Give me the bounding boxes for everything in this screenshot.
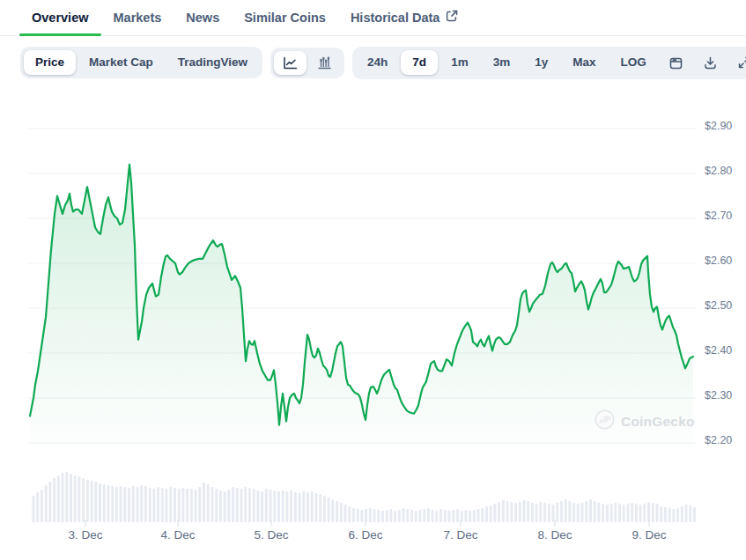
time-range-group: 24h 7d 1m 3m 1y Max LOG [352, 47, 746, 79]
x-axis-label: 3. Dec [56, 528, 114, 542]
log-scale-button[interactable]: LOG [609, 50, 657, 75]
y-axis-label: $2.60 [705, 254, 745, 267]
range-3m-button[interactable]: 3m [482, 50, 522, 75]
volume-bar [78, 476, 80, 522]
volume-bar [448, 511, 451, 522]
volume-bar [198, 487, 201, 522]
volume-bar [91, 481, 93, 522]
volume-bar [556, 503, 558, 522]
volume-bar [432, 510, 434, 522]
volume-bar [111, 486, 114, 522]
volume-bar [398, 510, 401, 522]
volume-bar [490, 505, 492, 522]
coingecko-watermark: CoinGecko [595, 409, 695, 433]
volume-bar [270, 490, 272, 522]
volume-bar [248, 488, 251, 522]
chart-toolbar: Price Market Cap TradingView 24h [20, 46, 744, 79]
market-cap-button[interactable]: Market Cap [78, 50, 165, 75]
price-button[interactable]: Price [24, 50, 76, 75]
volume-bar [572, 503, 575, 522]
volume-bar [602, 504, 604, 522]
volume-bar [120, 486, 122, 522]
volume-bar [227, 490, 230, 522]
volume-bar [373, 509, 376, 522]
volume-bar [211, 487, 214, 522]
tab-similar-coins[interactable]: Similar Coins [232, 1, 338, 35]
volume-bar [568, 501, 571, 522]
volume-bar [352, 508, 355, 522]
bar-chart-button[interactable] [308, 51, 341, 75]
volume-bar [140, 485, 143, 522]
volume-bar [285, 491, 288, 522]
volume-bar [48, 482, 51, 522]
volume-bar [656, 504, 659, 522]
download-chart-button[interactable] [694, 50, 727, 76]
volume-bar [157, 487, 159, 522]
tab-news[interactable]: News [174, 1, 232, 35]
tab-news-label: News [186, 11, 219, 25]
range-1m-button[interactable]: 1m [439, 50, 480, 75]
volume-bar [668, 508, 671, 522]
volume-bar [394, 511, 396, 522]
range-7d-button[interactable]: 7d [401, 50, 438, 75]
volume-bar [589, 499, 592, 522]
tab-historical-data[interactable]: Historical Data [338, 0, 471, 35]
volume-bar [435, 511, 438, 522]
volume-bar [265, 489, 268, 522]
volume-bar [502, 500, 505, 522]
tab-overview[interactable]: Overview [19, 1, 101, 35]
volume-bar [57, 475, 60, 522]
volume-bar [456, 509, 459, 522]
metric-toggle-group: Price Market Cap TradingView [20, 47, 262, 78]
volume-bar [631, 503, 633, 522]
volume-bar [510, 502, 513, 522]
volume-bar [240, 489, 243, 522]
volume-bar [261, 491, 263, 522]
volume-bar [256, 490, 259, 522]
volume-bar [302, 491, 305, 522]
volume-bar [415, 511, 417, 522]
x-axis-label: 5. Dec [242, 528, 300, 542]
volume-bar [253, 489, 255, 522]
volume-bar [535, 504, 538, 522]
volume-bar [464, 510, 467, 522]
volume-bar [519, 502, 521, 522]
volume-bar [389, 509, 392, 522]
date-range-button[interactable] [660, 50, 692, 76]
volume-bar [115, 487, 118, 522]
volume-bar [643, 504, 646, 522]
volume-bar [493, 504, 496, 522]
y-axis-label: $2.40 [705, 344, 745, 357]
range-max-button[interactable]: Max [561, 50, 607, 75]
volume-bar [178, 489, 181, 522]
tab-markets[interactable]: Markets [101, 1, 174, 35]
volume-bar [623, 505, 625, 522]
fullscreen-button[interactable] [728, 50, 746, 75]
volume-bar [331, 499, 334, 522]
volume-bar [477, 509, 480, 522]
volume-bar [527, 501, 529, 522]
volume-bar [618, 504, 621, 522]
tradingview-button[interactable]: TradingView [166, 50, 259, 75]
volume-bar [548, 504, 550, 522]
external-link-icon [446, 10, 458, 25]
range-1y-button[interactable]: 1y [523, 50, 559, 75]
volume-bar [423, 509, 425, 522]
volume-bar [62, 473, 64, 522]
volume-bar [190, 489, 193, 522]
volume-bar [41, 490, 43, 522]
line-chart-button[interactable] [274, 51, 307, 75]
volume-bar [232, 487, 234, 522]
volume-bar [144, 486, 147, 522]
volume-bar [282, 490, 284, 522]
volume-bar [439, 509, 442, 522]
line-chart-icon [283, 56, 298, 70]
volume-bar [315, 493, 318, 522]
volume-bar [169, 487, 172, 522]
volume-bar [277, 491, 280, 522]
range-24h-button[interactable]: 24h [356, 50, 399, 75]
volume-bar [452, 510, 454, 522]
calendar-icon [668, 55, 683, 70]
volume-bar [664, 507, 667, 522]
price-chart[interactable] [0, 0, 746, 560]
